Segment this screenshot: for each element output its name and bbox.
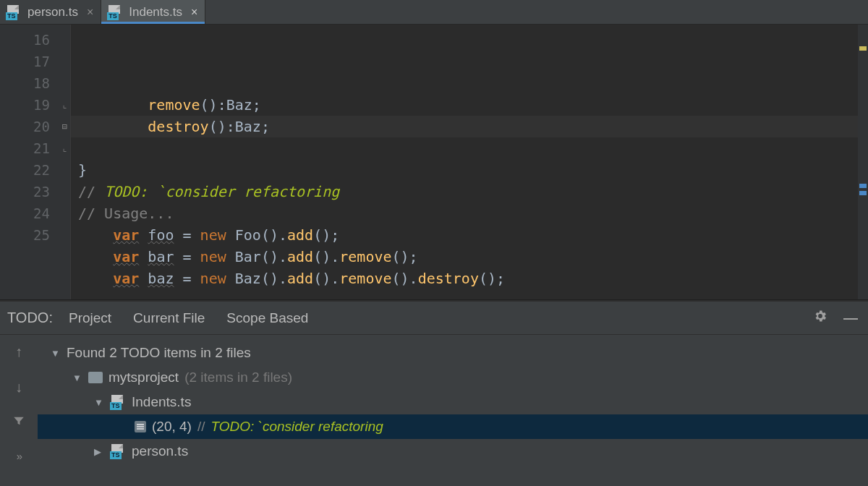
summary-label: Found 2 TODO items in 2 files [67,345,251,361]
todo-view-tab[interactable]: Current File [133,310,205,326]
project-note: (2 items in 2 files) [184,370,292,385]
typescript-file-icon: TS [6,5,22,20]
tree-summary-row[interactable]: ▼ Found 2 TODO items in 2 files [38,341,868,365]
close-icon[interactable]: × [188,6,197,19]
fold-icon[interactable]: ⌞ [59,101,67,109]
fold-icon[interactable]: ⊟ [59,122,67,131]
expand-icon[interactable]: ▼ [72,372,82,383]
todo-view-tab[interactable]: Project [69,310,111,326]
arrow-down-icon[interactable]: ↓ [15,379,22,396]
info-marker[interactable] [859,191,867,195]
todo-tree[interactable]: ▼ Found 2 TODO items in 2 files ▼ mytspr… [38,335,868,486]
line-number: 20⊟ [0,116,70,137]
tab-label: person.ts [27,5,78,20]
todo-panel-title: TODO: [7,310,53,326]
todo-item-prefix: // [197,419,205,435]
expand-icon[interactable]: ▼ [51,348,61,359]
typescript-file-icon: TS [110,444,126,459]
line-number: 19⌞ [0,94,70,116]
code-line[interactable] [71,289,868,311]
editor-tab[interactable]: TS Indents.ts × [101,0,205,24]
typescript-file-icon: TS [107,5,123,20]
filter-icon[interactable] [12,414,25,431]
line-number: 22 [0,159,70,181]
line-number: 17 [0,51,70,72]
warning-marker[interactable] [859,46,867,51]
line-number: 23 [0,181,70,202]
code-line[interactable]: destroy():Baz; [71,116,868,137]
line-number: 18 [0,72,70,94]
todo-item-position: (20, 4) [152,419,192,435]
code-line[interactable]: // Usage... [71,202,868,224]
code-line[interactable]: remove():Baz; [71,94,868,116]
marker-bar[interactable] [858,25,868,299]
collapse-icon[interactable]: ▶ [94,446,104,457]
tree-project-row[interactable]: ▼ mytsproject (2 items in 2 files) [38,365,868,390]
expand-icon[interactable]: ▼ [94,397,104,408]
code-line[interactable] [71,137,868,159]
code-line[interactable]: var bar = new Bar().add().remove(); [71,246,868,268]
code-line[interactable]: // TODO: `consider refactoring [71,181,868,202]
editor-tab[interactable]: TS person.ts × [0,0,101,24]
code-line[interactable]: } [71,159,868,181]
arrow-up-icon[interactable]: ↑ [15,344,22,360]
tree-todo-item-row[interactable]: ▼ (20, 4) // TODO: `consider refactoring [38,414,868,439]
code-area[interactable]: remove():Baz; destroy():Baz;}// TODO: `c… [71,25,868,299]
todo-toolbar: ↑ ↓ » [0,335,38,486]
line-gutter: 16171819⌞20⊟21⌞22232425 [0,25,71,299]
editor-tabs: TS person.ts ×TS Indents.ts × [0,0,868,25]
todo-panel: TODO: ProjectCurrent FileScope Based — ↑… [0,300,868,486]
project-name: mytsproject [109,370,179,385]
fold-icon[interactable]: ⌞ [59,144,67,153]
code-line[interactable]: var foo = new Foo().add(); [71,224,868,246]
line-number: 25 [0,224,70,246]
typescript-file-icon: TS [110,395,126,409]
close-icon[interactable]: × [84,6,93,19]
tab-label: Indents.ts [129,5,182,20]
tree-file-row[interactable]: ▼ TS Indents.ts [38,390,868,414]
code-editor[interactable]: 16171819⌞20⊟21⌞22232425 remove():Baz; de… [0,25,868,299]
line-number: 24 [0,202,70,224]
gear-icon[interactable] [813,309,827,327]
info-marker[interactable] [859,184,867,188]
code-line[interactable]: var baz = new Baz().add().remove().destr… [71,268,868,289]
minimize-icon[interactable]: — [843,310,858,326]
folder-icon [88,372,103,383]
line-number: 16 [0,29,70,51]
todo-view-tab[interactable]: Scope Based [226,310,308,326]
tree-file-row[interactable]: ▶ TS person.ts [38,439,868,464]
line-number: 21⌞ [0,137,70,159]
file-name: Indents.ts [132,394,191,410]
file-name: person.ts [132,443,188,459]
more-icon[interactable]: » [17,450,21,462]
todo-item-text: TODO: `consider refactoring [210,419,383,435]
todo-view-tabs: ProjectCurrent FileScope Based [69,310,308,326]
code-item-icon [135,421,146,432]
